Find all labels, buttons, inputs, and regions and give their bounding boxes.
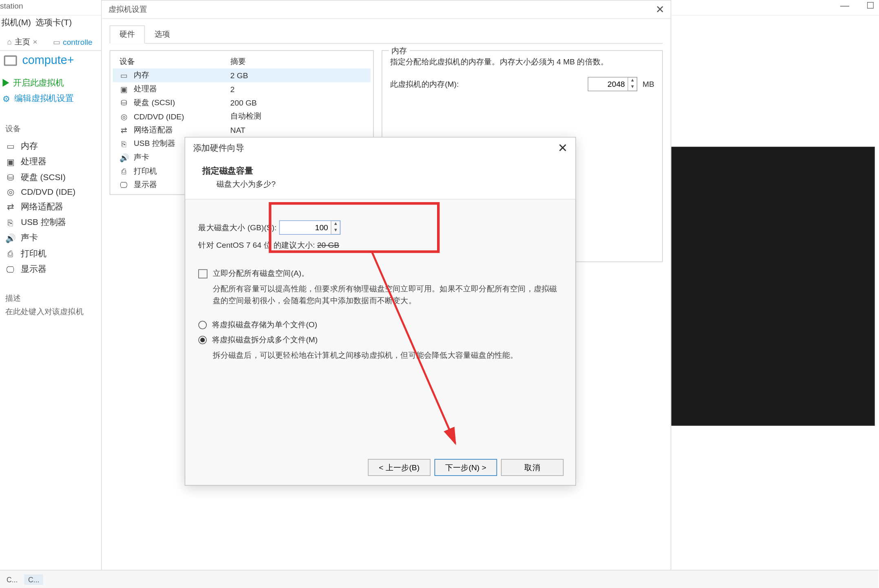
allocate-now-desc: 分配所有容量可以提高性能，但要求所有物理磁盘空间立即可用。如果不立即分配所有空间…: [198, 283, 562, 306]
memory-label: 此虚拟机的内存(M):: [390, 79, 459, 90]
next-button[interactable]: 下一步(N) >: [435, 459, 497, 476]
checkbox-icon[interactable]: [198, 269, 207, 278]
cd-icon: ◎: [5, 187, 16, 197]
vm-name-row: compute+: [0, 52, 98, 75]
device-cd[interactable]: ◎CD/DVD (IDE): [0, 185, 98, 199]
display-icon: 🖵: [5, 264, 16, 274]
memory-desc: 指定分配给此虚拟机的内存量。内存大小必须为 4 MB 的倍数。: [390, 56, 654, 68]
menu-tabs[interactable]: 选项卡(T): [34, 15, 73, 31]
cancel-button[interactable]: 取消: [501, 459, 564, 476]
wizard-heading: 指定磁盘容量: [202, 165, 559, 177]
menu-vm[interactable]: 拟机(M): [0, 15, 32, 31]
memory-legend: 内存: [389, 46, 410, 57]
description-text[interactable]: 在此处键入对该虚拟机: [0, 306, 98, 317]
status-b: C...: [24, 574, 43, 585]
allocate-now-row[interactable]: 立即分配所有磁盘空间(A)。: [198, 268, 562, 279]
network-icon: ⇄: [5, 202, 16, 211]
wizard-header: 指定磁盘容量 磁盘大小为多少?: [185, 159, 575, 200]
chevron-up-icon[interactable]: ▲: [628, 77, 637, 84]
add-hardware-wizard: 添加硬件向导 ✕ 指定磁盘容量 磁盘大小为多少? 最大磁盘大小 (GB)(S):…: [185, 137, 576, 486]
devices-heading: 设备: [5, 123, 98, 134]
wizard-titlebar[interactable]: 添加硬件向导 ✕: [185, 138, 575, 159]
close-icon[interactable]: ✕: [656, 3, 664, 15]
maximize-icon[interactable]: ☐: [866, 0, 875, 11]
vm-icon: ▭: [53, 37, 60, 46]
close-icon[interactable]: ×: [33, 37, 37, 46]
device-list: ▭内存 ▣处理器 ⛁硬盘 (SCSI) ◎CD/DVD (IDE) ⇄网络适配器…: [0, 138, 98, 277]
vm-name: compute+: [22, 53, 74, 67]
back-button[interactable]: < 上一步(B): [368, 459, 431, 476]
cpu-icon: ▣: [5, 157, 16, 167]
settings-tabset: 硬件 选项: [110, 25, 663, 44]
device-usb[interactable]: ⎘USB 控制器: [0, 214, 98, 230]
hardware-table-header: 设备 摘要: [113, 55, 371, 68]
play-icon: [2, 79, 9, 87]
hw-row-disk[interactable]: ⛁硬盘 (SCSI)200 GB: [113, 96, 371, 110]
editor-tabs: ⌂主页× ▭controlle: [0, 34, 101, 51]
disk-size-spinner[interactable]: ▲▼: [279, 220, 340, 235]
monitor-icon: [4, 55, 17, 66]
hw-row-net[interactable]: ⇄网络适配器NAT: [113, 123, 371, 137]
status-a: C...: [7, 575, 18, 583]
disk-icon: ⛁: [5, 172, 16, 182]
chevron-up-icon[interactable]: ▲: [331, 221, 340, 227]
printer-icon: ⎙: [119, 167, 128, 176]
minimize-icon[interactable]: —: [840, 0, 849, 11]
hw-row-cd[interactable]: ◎CD/DVD (IDE)自动检测: [113, 110, 371, 123]
wizard-title: 添加硬件向导: [193, 142, 244, 154]
allocate-now-label: 立即分配所有磁盘空间(A)。: [213, 268, 309, 279]
close-icon[interactable]: ✕: [558, 141, 568, 155]
vm-panel: compute+ 开启此虚拟机 ⚙ 编辑虚拟机设置 设备 ▭内存 ▣处理器 ⛁硬…: [0, 52, 98, 317]
cd-icon: ◎: [119, 112, 128, 121]
display-icon: 🖵: [119, 180, 128, 189]
wizard-subheading: 磁盘大小为多少?: [202, 178, 559, 189]
disk-size-input[interactable]: [280, 221, 331, 234]
tab-home[interactable]: ⌂主页×: [0, 33, 44, 51]
device-sound[interactable]: 🔊声卡: [0, 230, 98, 246]
radio-split-files[interactable]: 将虚拟磁盘拆分成多个文件(M): [198, 335, 562, 346]
power-on-button[interactable]: 开启此虚拟机: [0, 75, 98, 90]
disk-icon: ⛁: [119, 98, 128, 107]
col-device-header: 设备: [119, 56, 230, 67]
memory-spinner[interactable]: ▲▼: [588, 77, 638, 91]
description-heading: 描述: [5, 293, 98, 304]
network-icon: ⇄: [119, 126, 128, 134]
device-memory[interactable]: ▭内存: [0, 138, 98, 154]
vm-thumbnail: [662, 147, 875, 426]
cpu-icon: ▣: [119, 84, 128, 93]
window-buttons: — ☐: [840, 0, 875, 11]
gear-icon: ⚙: [2, 94, 10, 104]
tab-options[interactable]: 选项: [145, 25, 180, 43]
edit-settings-button[interactable]: ⚙ 编辑虚拟机设置: [0, 90, 98, 106]
usb-icon: ⎘: [5, 218, 16, 227]
radio-icon[interactable]: [198, 336, 207, 344]
usb-icon: ⎘: [119, 139, 128, 148]
hw-row-cpu[interactable]: ▣处理器2: [113, 82, 371, 96]
outer-menubar: 拟机(M) 选项卡(T): [0, 15, 73, 30]
memory-unit: MB: [643, 79, 654, 88]
device-printer[interactable]: ⎙打印机: [0, 246, 98, 261]
printer-icon: ⎙: [5, 249, 16, 258]
chevron-down-icon[interactable]: ▼: [331, 227, 340, 234]
vm-settings-titlebar[interactable]: 虚拟机设置 ✕: [102, 1, 671, 19]
hw-row-memory[interactable]: ▭内存2 GB: [113, 68, 371, 82]
memory-input[interactable]: [588, 77, 627, 90]
device-disk[interactable]: ⛁硬盘 (SCSI): [0, 170, 98, 185]
chevron-down-icon[interactable]: ▼: [628, 84, 637, 90]
device-net[interactable]: ⇄网络适配器: [0, 199, 98, 214]
disk-size-label: 最大磁盘大小 (GB)(S):: [198, 222, 276, 233]
col-summary-header: 摘要: [230, 56, 246, 67]
statusbar: C... C...: [0, 570, 879, 588]
device-cpu[interactable]: ▣处理器: [0, 154, 98, 170]
radio-single-file[interactable]: 将虚拟磁盘存储为单个文件(O): [198, 319, 562, 330]
vm-settings-title: 虚拟机设置: [108, 4, 148, 15]
home-icon: ⌂: [7, 37, 12, 46]
tab-controller[interactable]: ▭controlle: [46, 34, 99, 50]
wizard-body: 最大磁盘大小 (GB)(S): ▲▼ 针对 CentOS 7 64 位 的建议大…: [185, 200, 575, 361]
sound-icon: 🔊: [5, 233, 16, 243]
radio-icon[interactable]: [198, 321, 207, 329]
memory-icon: ▭: [5, 141, 16, 151]
device-display[interactable]: 🖵显示器: [0, 262, 98, 277]
tab-hardware[interactable]: 硬件: [110, 25, 145, 44]
sound-icon: 🔊: [119, 153, 128, 162]
